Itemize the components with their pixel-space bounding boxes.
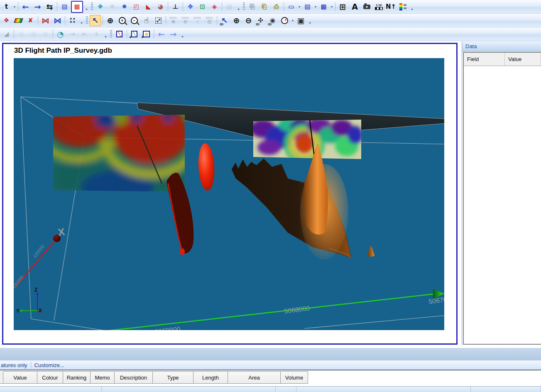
features-only-label[interactable]: atures only <box>1 362 27 368</box>
back-icon[interactable]: ← <box>20 1 31 12</box>
isosurface-icon[interactable]: ◰ <box>131 1 142 12</box>
pan-3d-icon[interactable]: ✥ <box>185 1 196 12</box>
view-3d-icon[interactable]: ◉3D <box>267 15 278 26</box>
data-pan-icon[interactable]: DATA☝ <box>192 15 203 26</box>
view-direction-icon[interactable] <box>279 15 290 26</box>
attribute-column-ranking[interactable]: Ranking <box>63 371 91 384</box>
data-glyph: DATA☝ <box>194 17 201 24</box>
vector-plane-icon[interactable]: ◣ <box>143 1 154 12</box>
link-forward-icon[interactable]: ⇥ <box>67 29 78 40</box>
histogram-tool-icon[interactable]: ▦ <box>71 1 83 13</box>
map-scale-icon[interactable]: 1:10 <box>373 1 384 12</box>
snapshot-icon[interactable] <box>361 1 372 12</box>
tile-windows-icon[interactable]: ⊞ <box>337 1 348 12</box>
shadow-cursor-profile-icon[interactable]: ◎ <box>28 29 39 40</box>
profile-line-icon[interactable]: ╲+ <box>129 29 140 40</box>
save-view-icon[interactable]: ▤ <box>224 1 235 12</box>
toolbar-overflow[interactable]: ▾ <box>103 29 108 39</box>
new-map-dropdown[interactable]: ▾ <box>297 5 301 9</box>
toolbar-grip[interactable] <box>91 2 93 11</box>
icon-glyph: ◰ <box>133 4 139 10</box>
shrink-3d-icon[interactable]: ⊖ <box>243 15 254 26</box>
toolbar-overflow[interactable]: ▾ <box>410 1 414 12</box>
paste-icon[interactable]: ⎘ <box>247 1 258 12</box>
font-tool-icon[interactable]: t <box>1 1 12 12</box>
center-3d-icon[interactable]: ⊡ <box>197 1 208 12</box>
font-tool-dropdown[interactable]: ▾ <box>12 5 17 9</box>
paste-into-icon[interactable]: ⎗ <box>259 1 270 12</box>
section-fence-icon[interactable]: ⋈ <box>40 15 51 26</box>
link-network-icon[interactable]: ✳ <box>91 29 102 40</box>
column-header-value[interactable]: Value <box>505 53 541 66</box>
toolbar-overflow[interactable]: ▾ <box>236 1 241 12</box>
attribute-column-memo[interactable]: Memo <box>91 371 115 384</box>
data-zoom-in-icon[interactable]: DATA⊕ <box>168 15 179 26</box>
rotate-3d-icon[interactable]: ◈ <box>209 1 220 12</box>
voxel-burst-icon[interactable]: ✸ <box>119 1 130 12</box>
link-back-icon[interactable]: ⇤ <box>79 29 90 40</box>
locked-surface-icon[interactable]: ◕ <box>155 1 166 12</box>
toolbar-overflow[interactable]: ▾ <box>84 1 89 12</box>
select-3d-icon[interactable]: ↖3D <box>219 15 230 26</box>
clipped-tool-icon[interactable]: ◢ <box>1 29 12 40</box>
zoom-in-icon[interactable]: + <box>117 15 128 26</box>
shadow-cursor-map-icon[interactable]: ◎ <box>40 29 51 40</box>
symbol-plot-icon[interactable]: ❖ <box>1 15 12 26</box>
customize-button[interactable]: Customize... <box>34 362 64 368</box>
attribute-column-colour[interactable]: Colour <box>37 371 63 384</box>
attribute-column-length[interactable]: Length <box>193 371 228 384</box>
shadow-cursor-data-icon[interactable]: ◎ <box>16 29 27 40</box>
column-header-field[interactable]: Field <box>464 53 505 66</box>
view-direction-dropdown[interactable]: ▾ <box>291 19 295 22</box>
new-map-icon[interactable]: ▭ <box>286 1 297 12</box>
zoom-out-icon[interactable]: − <box>129 15 140 26</box>
colour-legend-icon[interactable]: -20-10 <box>397 1 409 12</box>
swap-view-icon[interactable]: ⇆ <box>44 1 55 12</box>
new-3d-view-icon[interactable]: ▤ <box>302 1 313 12</box>
zoom-extents-icon[interactable]: ⤢ <box>153 15 164 26</box>
section-fence-alt-icon[interactable]: ⋈ <box>52 15 63 26</box>
attribute-column-description[interactable]: Description <box>115 371 153 384</box>
add-ticks-icon[interactable]: ∷ <box>67 15 78 26</box>
remove-path-icon[interactable]: ✘ <box>25 15 36 26</box>
next-view-icon[interactable]: → <box>168 29 179 40</box>
toolbar-grip[interactable] <box>243 2 245 11</box>
north-arrow-icon[interactable]: N↑ <box>385 1 397 12</box>
attribute-column-type[interactable]: Type <box>153 371 193 384</box>
grid-plane-locked-icon[interactable]: ❖ <box>107 1 118 12</box>
colour-path-icon[interactable] <box>13 15 24 26</box>
attribute-column-area[interactable]: Area <box>228 371 281 384</box>
attribute-column-volume[interactable]: Volume <box>281 371 308 384</box>
fan-view-icon[interactable]: ◔ <box>55 29 66 40</box>
data-extents-icon[interactable]: DATA⊡ <box>204 15 215 26</box>
text-annotation-icon[interactable]: A <box>349 1 360 12</box>
perpendicular-section-icon[interactable]: ⊥ <box>170 1 181 12</box>
pan-hand-icon[interactable]: ☝ <box>141 15 152 26</box>
attribute-column-value[interactable]: Value <box>3 371 37 384</box>
select-arrow-icon[interactable]: ↖ <box>90 15 101 26</box>
icon-glyph: ▦ <box>321 4 326 10</box>
new-grid-icon[interactable]: ▦ <box>318 1 329 12</box>
new-3d-view-dropdown[interactable]: ▾ <box>313 5 318 9</box>
toolbar-overflow[interactable]: ▾ <box>79 15 84 26</box>
prev-view-icon[interactable]: ← <box>156 29 167 40</box>
toolbar-grip[interactable] <box>110 30 112 38</box>
fit-3d-icon[interactable]: ✣3D <box>255 15 266 26</box>
forward-icon[interactable]: → <box>32 1 43 12</box>
grid-plane-icon[interactable]: ❖ <box>95 1 106 12</box>
toolbar-overflow[interactable]: ▾ <box>180 29 185 39</box>
paste-special-icon[interactable]: ⎙ <box>271 1 282 12</box>
data-zoom-out-icon[interactable]: DATA⊖ <box>180 15 191 26</box>
label-line-icon[interactable]: a+ <box>141 29 152 40</box>
new-grid-dropdown[interactable]: ▾ <box>330 5 334 9</box>
perspective-box-icon[interactable]: ▣ <box>295 15 306 26</box>
toolbar-overflow[interactable]: ▾ <box>308 15 312 26</box>
viewport-canvas[interactable]: X 430000 430000 5068000 5067000 5069000 <box>14 58 444 330</box>
viewport-3d[interactable]: X 430000 430000 5068000 5067000 5069000 <box>14 58 444 330</box>
draw-line-icon[interactable]: ╲ <box>114 29 125 40</box>
toolbar-grip[interactable] <box>86 16 88 24</box>
script-icon[interactable]: ▤ <box>59 1 70 12</box>
expand-3d-icon[interactable]: ⊕ <box>231 15 242 26</box>
data-panel-header[interactable]: Data <box>462 41 541 51</box>
interactive-pan-icon[interactable]: ⊕ <box>105 15 116 26</box>
